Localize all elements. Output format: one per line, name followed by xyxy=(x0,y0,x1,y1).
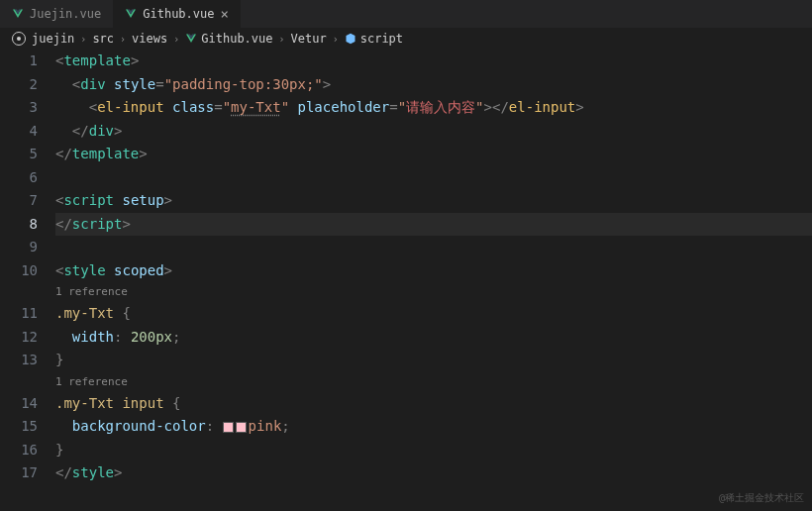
line-number: 3 xyxy=(0,96,38,120)
code-line: <script setup> xyxy=(55,189,812,213)
line-number: 13 xyxy=(0,349,38,372)
crumb-vetur[interactable]: Vetur xyxy=(291,32,327,46)
tab-github[interactable]: Github.vue × xyxy=(113,0,241,28)
chevron-right-icon: › xyxy=(80,34,86,45)
chevron-right-icon: › xyxy=(173,34,179,45)
code-line: <div style="padding-top:30px;"> xyxy=(55,73,812,97)
crumb-views[interactable]: views xyxy=(132,32,167,46)
chevron-right-icon: › xyxy=(333,34,339,45)
tab-bar: Juejin.vue Github.vue × xyxy=(0,0,812,28)
line-number: 11 xyxy=(0,302,38,326)
target-icon[interactable] xyxy=(12,32,26,46)
code-editor[interactable]: 1 2 3 4 5 6 7 8 9 10 11 12 13 14 15 16 1… xyxy=(0,50,812,485)
color-swatch-icon[interactable] xyxy=(236,422,247,433)
codelens[interactable]: 1 reference xyxy=(55,372,812,392)
watermark: @稀土掘金技术社区 xyxy=(719,491,804,505)
line-number: 12 xyxy=(0,326,38,350)
code-line: <style scoped> xyxy=(55,259,812,283)
crumb-src[interactable]: src xyxy=(92,32,114,46)
vue-icon xyxy=(12,8,24,20)
crumb-juejin[interactable]: juejin xyxy=(32,32,74,46)
line-number: 16 xyxy=(0,439,38,462)
vue-icon xyxy=(185,33,197,45)
code-line: background-color: pink; xyxy=(55,415,812,439)
code-line: width: 200px; xyxy=(55,326,812,350)
code-line xyxy=(55,236,812,259)
color-swatch-icon[interactable] xyxy=(223,422,234,433)
line-number: 6 xyxy=(0,166,38,190)
codelens[interactable]: 1 reference xyxy=(55,282,812,302)
line-number: 8 xyxy=(0,213,38,237)
line-number: 17 xyxy=(0,461,38,485)
code-line: </style> xyxy=(55,461,812,485)
code-line: } xyxy=(55,439,812,462)
vue-icon xyxy=(125,8,137,20)
code-line: <el-input class="my-Txt" placeholder="请输… xyxy=(55,96,812,120)
crumb-script[interactable]: script xyxy=(345,32,403,46)
chevron-right-icon: › xyxy=(120,34,126,45)
line-number: 10 xyxy=(0,259,38,283)
code-line: </script> xyxy=(55,213,812,237)
block-icon xyxy=(345,33,356,45)
code-line: .my-Txt input { xyxy=(55,392,812,416)
code-line: } xyxy=(55,349,812,372)
tab-label: Github.vue xyxy=(143,7,214,21)
line-gutter: 1 2 3 4 5 6 7 8 9 10 11 12 13 14 15 16 1… xyxy=(0,50,55,485)
line-number: 14 xyxy=(0,392,38,416)
line-number: 2 xyxy=(0,73,38,97)
line-number: 7 xyxy=(0,189,38,213)
line-number xyxy=(0,372,38,392)
line-number: 1 xyxy=(0,50,38,73)
crumb-file[interactable]: Github.vue xyxy=(185,32,272,46)
line-number: 9 xyxy=(0,236,38,259)
tab-juejin[interactable]: Juejin.vue xyxy=(0,0,113,28)
line-number xyxy=(0,282,38,302)
line-number: 4 xyxy=(0,120,38,144)
close-icon[interactable]: × xyxy=(221,7,229,21)
code-line: </div> xyxy=(55,120,812,144)
code-line: .my-Txt { xyxy=(55,302,812,326)
code-line: </template> xyxy=(55,143,812,166)
code-line xyxy=(55,166,812,190)
code-line: <template> xyxy=(55,50,812,73)
code-content[interactable]: <template> <div style="padding-top:30px;… xyxy=(55,50,812,485)
line-number: 5 xyxy=(0,143,38,166)
breadcrumb: juejin › src › views › Github.vue › Vetu… xyxy=(0,28,812,50)
chevron-right-icon: › xyxy=(279,34,285,45)
tab-label: Juejin.vue xyxy=(30,7,101,21)
line-number: 15 xyxy=(0,415,38,439)
